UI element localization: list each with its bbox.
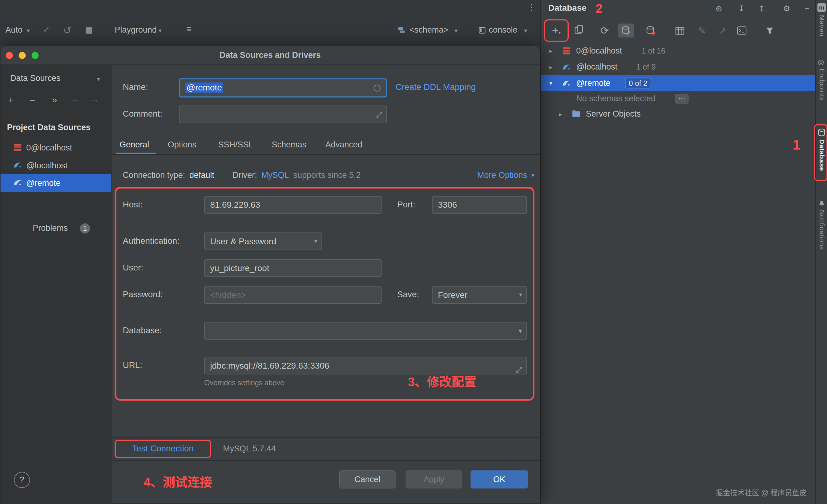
forward-icon[interactable]: → (91, 95, 99, 104)
data-source-properties-icon[interactable] (644, 24, 658, 38)
more-options-link[interactable]: More Options (477, 170, 527, 180)
hide-panel-icon[interactable]: − (805, 4, 809, 13)
add-data-source-button[interactable]: + (8, 95, 15, 106)
tab-options[interactable]: Options (168, 136, 196, 153)
save-select[interactable]: Forever ▾ (432, 286, 527, 304)
remove-data-source-button[interactable]: − (30, 95, 35, 106)
endpoints-icon: ◎ (818, 58, 824, 66)
tree-item-redis-localhost[interactable]: ▸ 0@localhost 1 of 16 (541, 43, 815, 59)
sync-data-source-icon[interactable] (618, 24, 634, 38)
tree-item-mysql-remote[interactable]: ▾ @remote 0 of 2 (541, 75, 815, 91)
create-ddl-mapping-link[interactable]: Create DDL Mapping (396, 82, 476, 92)
chevron-down-icon[interactable]: ▾ (549, 75, 552, 91)
host-input[interactable] (204, 196, 382, 214)
mysql-icon (562, 63, 571, 71)
ok-button[interactable]: OK (471, 470, 528, 488)
kebab-menu-icon[interactable]: ⋮ (527, 2, 536, 12)
console-icon (479, 27, 486, 34)
user-input[interactable] (204, 260, 382, 277)
chevron-right-icon[interactable]: ▸ (559, 106, 562, 122)
sidebar-header[interactable]: Data Sources (10, 73, 60, 83)
redis-icon (13, 143, 22, 152)
tab-general[interactable]: General (119, 136, 149, 153)
tree-item-server-objects[interactable]: ▸ Server Objects (541, 106, 815, 122)
cancel-button[interactable]: Cancel (339, 470, 396, 488)
table-icon[interactable] (673, 24, 687, 38)
sidebar-item-mysql-localhost[interactable]: @localhost (1, 156, 111, 174)
sidebar-item-label: @localhost (26, 156, 67, 174)
connection-type-value[interactable]: default (189, 170, 214, 180)
footer-divider-bottom (111, 460, 541, 461)
back-icon[interactable]: ← (71, 95, 80, 104)
authentication-select[interactable]: User & Password ▾ (204, 232, 322, 250)
tool-button-endpoints[interactable]: Endpoints (818, 69, 825, 101)
expand-icon[interactable]: ⤢ (376, 110, 382, 120)
chevron-right-icon[interactable]: ▸ (549, 43, 552, 59)
add-data-source-button[interactable]: +▾ (549, 24, 563, 38)
sidebar-item-redis-localhost[interactable]: 0@localhost (1, 139, 111, 156)
name-label: Name: (123, 82, 148, 92)
database-label: Database: (123, 326, 162, 335)
annotation-step1-number: 1 (793, 136, 800, 153)
stop-icon[interactable] (86, 27, 92, 34)
duplicate-icon[interactable] (574, 25, 583, 35)
apply-button[interactable]: Apply (406, 470, 462, 488)
schema-icon (398, 26, 406, 34)
undo-icon[interactable]: ↺ (63, 24, 71, 36)
gear-icon[interactable]: ⚙ (783, 4, 790, 13)
globe-icon[interactable]: ⊕ (716, 4, 722, 13)
database-icon (818, 129, 825, 136)
expand-icon[interactable]: ⤢ (516, 361, 522, 378)
mysql-icon (562, 79, 571, 88)
check-icon[interactable]: ✓ (43, 24, 50, 35)
user-label: User: (123, 263, 143, 273)
footer-divider-top (111, 437, 541, 438)
chevron-down-icon: ▾ (158, 27, 162, 35)
driver-link[interactable]: MySQL (261, 170, 289, 180)
tool-button-notifications[interactable]: Notifications (818, 210, 825, 250)
console-selector[interactable]: console (489, 25, 518, 35)
run-config-auto[interactable]: Auto (5, 25, 22, 35)
schema-count-badge: 0 of 2 (625, 77, 651, 88)
select-schemas-button[interactable]: ⋯ (675, 94, 689, 104)
sql-console-icon[interactable] (735, 24, 749, 38)
chevron-down-icon: ▾ (524, 27, 527, 35)
refresh-icon[interactable]: ⟳ (598, 24, 612, 38)
password-input[interactable] (204, 286, 382, 304)
name-input[interactable]: @remote (179, 78, 387, 98)
chevron-right-icon[interactable]: ▸ (549, 59, 552, 75)
test-connection-button[interactable]: Test Connection (132, 444, 194, 453)
connection-type-label: Connection type: (123, 170, 185, 180)
comment-input[interactable]: ⤢ (179, 106, 387, 123)
help-button[interactable]: ? (14, 472, 30, 488)
tab-ssh-ssl[interactable]: SSH/SSL (218, 136, 253, 153)
database-select[interactable]: ▾ (204, 322, 527, 339)
chevron-down-icon: ▾ (531, 172, 535, 180)
sidebar-item-label: 0@localhost (26, 139, 72, 156)
chevron-down-icon: ▾ (519, 286, 522, 303)
url-input[interactable]: jdbc:mysql://81.69.229.63:3306 ⤢ (204, 356, 527, 374)
tree-item-mysql-localhost[interactable]: ▸ @localhost 1 of 9 (541, 59, 815, 75)
edit-icon[interactable]: ✎ (695, 24, 709, 38)
schema-count: 1 of 16 (642, 43, 665, 59)
expand-all-icon[interactable]: ↧ (738, 4, 745, 13)
tab-advanced[interactable]: Advanced (326, 136, 362, 153)
dialog-title: Data Sources and Drivers (1, 50, 540, 60)
collapse-all-icon[interactable]: ↥ (758, 4, 765, 13)
authentication-label: Authentication: (123, 236, 180, 246)
annotation-step2-number: 2 (595, 1, 602, 16)
sidebar-item-mysql-remote[interactable]: @remote (1, 174, 111, 192)
tool-button-database[interactable]: Database (818, 139, 825, 171)
schema-selector[interactable]: <schema> (409, 25, 448, 35)
more-actions-icon[interactable]: » (52, 95, 57, 106)
playground-selector[interactable]: Playground (115, 25, 157, 35)
tab-schemas[interactable]: Schemas (272, 136, 306, 153)
port-input[interactable] (432, 196, 527, 214)
tool-button-maven[interactable]: Maven (818, 15, 825, 37)
filter-icon[interactable] (763, 24, 777, 38)
driver-note: supports since 5.2 (293, 170, 361, 180)
view-mode-icon[interactable]: ≡ (187, 24, 192, 34)
problems-label[interactable]: Problems (33, 223, 68, 233)
jump-to-icon[interactable]: ↗ (716, 24, 729, 38)
chevron-down-icon[interactable]: ▾ (97, 75, 100, 82)
